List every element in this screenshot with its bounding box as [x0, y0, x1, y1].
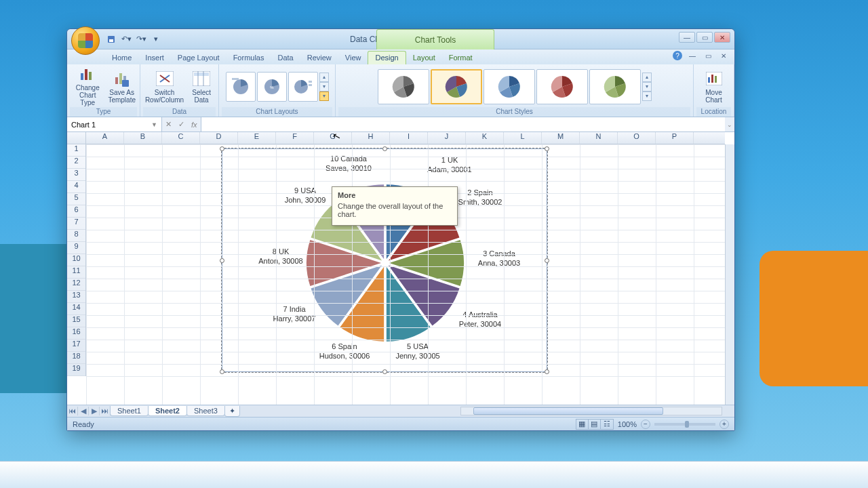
tab-review[interactable]: Review: [300, 52, 338, 64]
row-header[interactable]: 2: [67, 157, 85, 169]
gallery-scroll-down[interactable]: ▾: [642, 82, 652, 92]
chart-style-option[interactable]: [589, 69, 641, 104]
column-header[interactable]: L: [504, 132, 542, 144]
sheet-tab-sheet2[interactable]: Sheet2: [148, 406, 187, 416]
row-header[interactable]: 5: [67, 193, 85, 205]
chart-style-option[interactable]: [378, 69, 429, 104]
row-header[interactable]: 9: [67, 242, 85, 254]
select-data-button[interactable]: Select Data: [187, 66, 216, 107]
redo-button[interactable]: ↷▾: [135, 33, 147, 45]
undo-button[interactable]: ↶▾: [120, 33, 132, 45]
sheet-nav-prev[interactable]: ◀: [78, 407, 89, 415]
close-button[interactable]: ✕: [714, 32, 730, 43]
fx-button[interactable]: fx: [188, 121, 201, 129]
sheet-nav-last[interactable]: ⏭: [100, 407, 111, 415]
expand-formula-bar[interactable]: ⌄: [725, 121, 734, 128]
sheet-nav-first[interactable]: ⏮: [67, 407, 78, 415]
mdi-close[interactable]: ✕: [718, 52, 729, 60]
office-button[interactable]: [71, 26, 100, 55]
zoom-in-button[interactable]: +: [719, 420, 729, 429]
row-header[interactable]: 6: [67, 205, 85, 218]
row-header[interactable]: 7: [67, 218, 85, 230]
formula-input[interactable]: [201, 117, 725, 131]
normal-view-button[interactable]: ▦: [576, 420, 589, 429]
help-button[interactable]: ?: [673, 51, 682, 60]
chart-style-option[interactable]: [536, 69, 588, 104]
column-header[interactable]: F: [276, 132, 314, 144]
column-header[interactable]: A: [86, 132, 124, 144]
row-header[interactable]: 12: [67, 279, 85, 291]
vertical-scrollbar[interactable]: [725, 144, 734, 405]
column-header[interactable]: H: [352, 132, 390, 144]
column-header[interactable]: N: [580, 132, 618, 144]
page-layout-view-button[interactable]: ▤: [589, 420, 601, 429]
tab-view[interactable]: View: [338, 52, 368, 64]
minimize-button[interactable]: —: [679, 32, 695, 43]
zoom-out-button[interactable]: −: [641, 420, 650, 429]
mdi-restore[interactable]: ▭: [703, 52, 714, 60]
windows-taskbar[interactable]: [0, 461, 868, 488]
cancel-formula[interactable]: ✕: [162, 120, 175, 129]
worksheet-grid[interactable]: ABCDEFGHIJKLMNOP 12345678910111213141516…: [67, 132, 734, 405]
row-header[interactable]: 1: [67, 144, 85, 157]
enter-formula[interactable]: ✓: [175, 120, 188, 129]
new-sheet-button[interactable]: ✦: [224, 406, 240, 417]
row-header[interactable]: 3: [67, 169, 85, 181]
chart-style-option[interactable]: [431, 69, 482, 104]
zoom-level[interactable]: 100%: [618, 420, 637, 428]
chart-style-option[interactable]: [484, 69, 535, 104]
tab-data[interactable]: Data: [271, 52, 300, 64]
tab-formulas[interactable]: Formulas: [226, 52, 271, 64]
column-header[interactable]: B: [124, 132, 162, 144]
sheet-nav-next[interactable]: ▶: [89, 407, 100, 415]
mdi-minimize[interactable]: —: [686, 52, 698, 60]
row-header[interactable]: 4: [67, 181, 85, 193]
change-chart-type-button[interactable]: Change Chart Type: [70, 66, 105, 107]
row-header[interactable]: 17: [67, 340, 85, 352]
qat-customize[interactable]: ▾: [150, 33, 162, 45]
column-header[interactable]: C: [162, 132, 200, 144]
row-header[interactable]: 15: [67, 315, 85, 327]
column-header[interactable]: J: [428, 132, 466, 144]
tab-page-layout[interactable]: Page Layout: [171, 52, 226, 64]
column-header[interactable]: I: [390, 132, 428, 144]
switch-row-column-button[interactable]: Switch Row/Column: [143, 66, 186, 107]
column-header[interactable]: D: [200, 132, 238, 144]
column-header[interactable]: M: [542, 132, 580, 144]
sheet-tab-sheet1[interactable]: Sheet1: [110, 406, 149, 416]
column-header[interactable]: E: [238, 132, 276, 144]
chart-layout-option[interactable]: [226, 72, 256, 102]
gallery-scroll-down[interactable]: ▾: [319, 82, 329, 92]
tab-insert[interactable]: Insert: [138, 52, 171, 64]
save-as-template-button[interactable]: Save As Template: [106, 66, 137, 107]
tab-format[interactable]: Format: [442, 52, 479, 64]
gallery-scroll-up[interactable]: ▴: [319, 73, 329, 82]
tab-layout[interactable]: Layout: [406, 52, 442, 64]
embedded-chart[interactable]: 1 UKAdam, 300012 SpainSmith, 300023 Cana…: [222, 148, 547, 372]
row-header[interactable]: 19: [67, 364, 85, 376]
column-header[interactable]: O: [618, 132, 656, 144]
zoom-slider[interactable]: [654, 423, 715, 426]
chart-layout-option[interactable]: [288, 72, 318, 102]
horizontal-scrollbar[interactable]: [460, 407, 722, 415]
row-header[interactable]: 10: [67, 254, 85, 266]
gallery-more-button[interactable]: ▾: [642, 92, 652, 101]
sheet-tab-sheet3[interactable]: Sheet3: [186, 406, 225, 416]
move-chart-button[interactable]: Move Chart: [700, 66, 728, 107]
save-button[interactable]: [105, 33, 117, 45]
chart-layout-option[interactable]: %: [257, 72, 287, 102]
name-box[interactable]: Chart 1▼: [67, 117, 162, 131]
row-header[interactable]: 13: [67, 291, 85, 303]
select-all-corner[interactable]: [67, 132, 86, 144]
gallery-more-button[interactable]: ▾: [319, 92, 329, 101]
gallery-scroll-up[interactable]: ▴: [642, 73, 652, 82]
column-header[interactable]: K: [466, 132, 504, 144]
row-header[interactable]: 14: [67, 303, 85, 315]
row-header[interactable]: 11: [67, 266, 85, 279]
row-header[interactable]: 8: [67, 230, 85, 242]
maximize-button[interactable]: ▭: [696, 32, 713, 43]
tab-home[interactable]: Home: [105, 52, 138, 64]
tab-design[interactable]: Design: [368, 51, 406, 64]
column-header[interactable]: P: [656, 132, 694, 144]
page-break-view-button[interactable]: ☷: [601, 420, 613, 429]
